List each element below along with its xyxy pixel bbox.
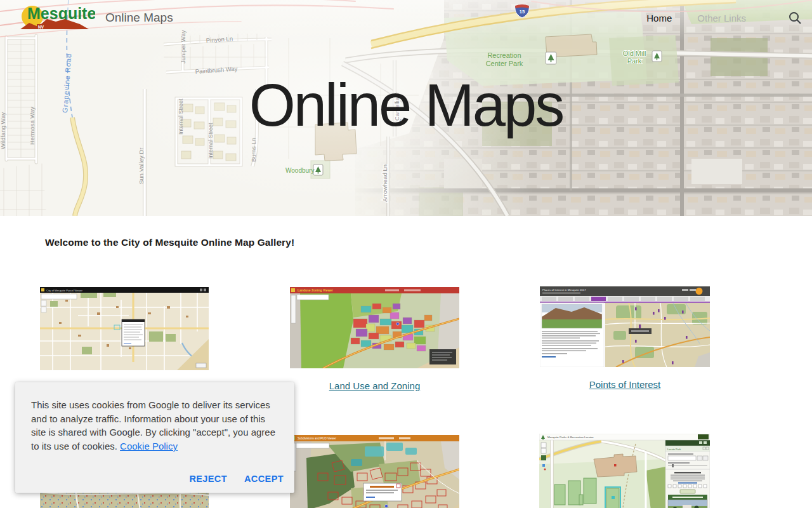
mesquite-logo-image: Mesquite NV	[19, 3, 95, 33]
mesquite-logo[interactable]: Mesquite NV	[19, 3, 95, 33]
page: 15 Wildfang Way Hermosa Way Grapevine Ro…	[0, 0, 812, 508]
cookie-policy-link[interactable]: Cookie Policy	[120, 441, 178, 451]
svg-text:Mesquite Parks & Recreation Lo: Mesquite Parks & Recreation Locator	[547, 436, 594, 439]
svg-text:Locate Park: Locate Park	[667, 448, 681, 451]
reject-button[interactable]: REJECT	[189, 474, 227, 484]
nav-item-home[interactable]: Home	[646, 13, 672, 23]
page-title: Online Maps	[0, 71, 812, 140]
hero-banner: 15 Wildfang Way Hermosa Way Grapevine Ro…	[0, 0, 812, 216]
parcel-viewer-thumbnail[interactable]: City of Mesquite Parcel Viewer	[40, 287, 209, 370]
gallery-card-parcel-viewer: City of Mesquite Parcel Viewer	[40, 287, 209, 382]
gallery-card-points-of-interest: Places of Interest in Mesquite 2017	[540, 286, 710, 390]
cookie-consent-dialog: This site uses cookies from Google to de…	[15, 382, 294, 493]
welcome-heading: Welcome to the City of Mesquite Online M…	[45, 237, 294, 248]
nav-item-other-links[interactable]: Other Links	[697, 13, 746, 23]
site-header: Mesquite NV Online Maps Home Other Links	[0, 0, 812, 36]
svg-text:Mesquite: Mesquite	[27, 4, 95, 22]
parks-recreation-thumbnail[interactable]: Locate Park	[539, 434, 710, 508]
gallery-card-subdivisions-pud: Subdivisions and PUD Viewer	[290, 435, 459, 508]
gallery-card-parks-recreation: Locate Park	[539, 434, 710, 508]
svg-text:Subdivisions and PUD Viewer: Subdivisions and PUD Viewer	[298, 437, 336, 440]
land-use-zoning-caption[interactable]: Land Use and Zoning	[329, 380, 420, 391]
main-nav: Home Other Links	[646, 11, 802, 25]
land-use-zoning-thumbnail[interactable]: Landuse Zoning Viewer	[290, 287, 459, 368]
accept-button[interactable]: ACCEPT	[244, 474, 284, 484]
gallery-card-land-use-zoning: Landuse Zoning Viewer Land Use and Zonin…	[290, 287, 459, 391]
site-header-title: Online Maps	[105, 11, 173, 25]
subdivisions-pud-thumbnail[interactable]: Subdivisions and PUD Viewer	[290, 435, 459, 508]
points-of-interest-thumbnail[interactable]: Places of Interest in Mesquite 2017	[540, 286, 710, 367]
svg-text:Places of Interest in Mesquite: Places of Interest in Mesquite 2017	[542, 288, 586, 291]
svg-text:NV: NV	[38, 25, 44, 29]
points-of-interest-caption[interactable]: Points of Interest	[589, 379, 661, 390]
cookie-actions: REJECT ACCEPT	[189, 474, 284, 484]
svg-text:Landuse Zoning Viewer: Landuse Zoning Viewer	[298, 288, 333, 292]
search-icon[interactable]	[788, 11, 802, 25]
svg-text:City of Mesquite Parcel Viewer: City of Mesquite Parcel Viewer	[46, 289, 83, 292]
